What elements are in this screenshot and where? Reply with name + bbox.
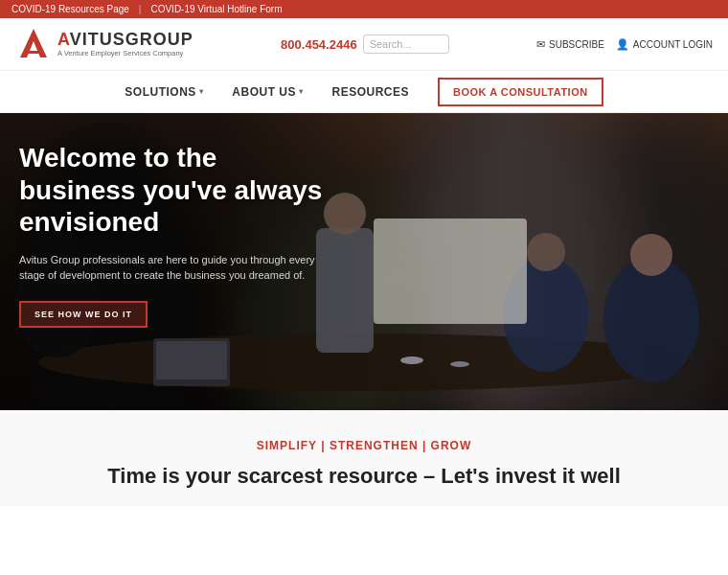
hero-section: Welcome to the business you've always en… bbox=[0, 113, 728, 410]
chevron-down-icon: ▾ bbox=[199, 87, 204, 96]
search-input[interactable]: Search... bbox=[363, 34, 449, 54]
user-icon: 👤 bbox=[616, 38, 629, 51]
account-login-button[interactable]: 👤 ACCOUNT LOGIN bbox=[616, 38, 713, 51]
header-center: 800.454.2446 Search... bbox=[203, 34, 527, 54]
brand-name: AAVITUSGROUPVITUSGROUP bbox=[57, 31, 193, 50]
hero-subtitle: Avitus Group professionals are here to g… bbox=[19, 252, 326, 284]
envelope-icon: ✉ bbox=[536, 38, 545, 51]
logo-tagline: A Venture Employer Services Company bbox=[57, 50, 193, 58]
top-bar-separator: | bbox=[139, 4, 142, 14]
covid-hotline-link[interactable]: COVID-19 Virtual Hotline Form bbox=[150, 4, 282, 14]
nav-solutions[interactable]: SOLUTIONS ▾ bbox=[125, 85, 203, 99]
hero-title: Welcome to the business you've always en… bbox=[19, 142, 326, 239]
nav-about-us[interactable]: ABOUT US ▾ bbox=[232, 85, 303, 99]
phone-number[interactable]: 800.454.2446 bbox=[281, 37, 357, 52]
header-right: ✉ SUBSCRIBE 👤 ACCOUNT LOGIN bbox=[536, 38, 713, 51]
top-bar: COVID-19 Resources Page | COVID-19 Virtu… bbox=[0, 0, 728, 18]
section-title: Time is your scarcest resource – Let's i… bbox=[19, 464, 709, 489]
subscribe-button[interactable]: ✉ SUBSCRIBE bbox=[536, 38, 604, 51]
logo[interactable]: AAVITUSGROUPVITUSGROUP A Venture Employe… bbox=[15, 26, 193, 62]
main-nav: SOLUTIONS ▾ ABOUT US ▾ RESOURCES BOOK A … bbox=[0, 71, 728, 113]
chevron-down-icon: ▾ bbox=[299, 87, 304, 96]
hero-cta-button[interactable]: SEE HOW WE DO IT bbox=[19, 301, 148, 328]
book-consultation-button[interactable]: BOOK A CONSULTATION bbox=[438, 78, 603, 106]
tagline: SIMPLIFY | STRENGTHEN | GROW bbox=[19, 439, 709, 452]
svg-rect-1 bbox=[24, 51, 43, 54]
hero-content: Welcome to the business you've always en… bbox=[19, 142, 326, 328]
below-hero-section: SIMPLIFY | STRENGTHEN | GROW Time is you… bbox=[0, 410, 728, 506]
logo-icon bbox=[15, 26, 52, 62]
covid-resources-link[interactable]: COVID-19 Resources Page bbox=[11, 4, 129, 14]
logo-text: AAVITUSGROUPVITUSGROUP A Venture Employe… bbox=[57, 31, 193, 58]
header: AAVITUSGROUPVITUSGROUP A Venture Employe… bbox=[0, 18, 728, 71]
nav-resources[interactable]: RESOURCES bbox=[331, 85, 409, 99]
